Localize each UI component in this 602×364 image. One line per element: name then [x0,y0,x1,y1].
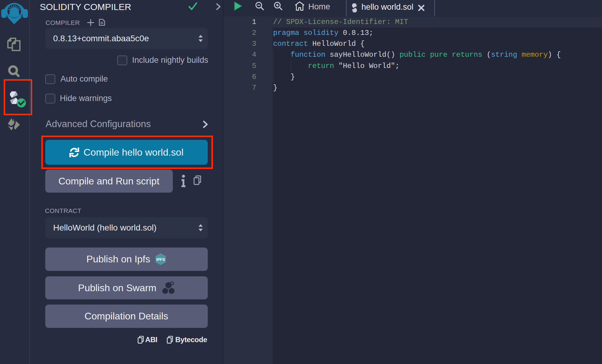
svg-text:IPFS: IPFS [156,257,165,262]
